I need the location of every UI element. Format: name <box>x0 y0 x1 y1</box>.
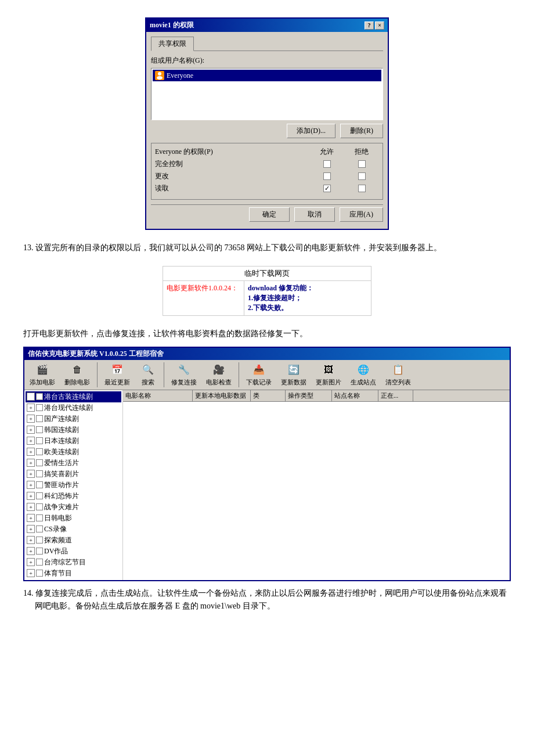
checkbox-14[interactable] <box>36 548 43 555</box>
checkbox-16[interactable] <box>36 570 43 577</box>
everyone-item[interactable]: Everyone <box>153 70 381 81</box>
tree-item-6[interactable]: + 爱情生活片 <box>26 458 121 469</box>
perm-full-deny-cell <box>344 160 379 168</box>
download-table: 临时下载网页 电影更新软件1.0.0.24： download 修复功能： 1.… <box>163 266 371 316</box>
expand-icon-16[interactable]: + <box>27 569 35 577</box>
close-button[interactable]: × <box>375 21 384 30</box>
add-button[interactable]: 添加(D)... <box>287 124 335 138</box>
expand-icon-15[interactable]: + <box>27 558 35 566</box>
expand-icon-4[interactable]: + <box>27 437 35 445</box>
remove-button[interactable]: 删除(R) <box>340 124 383 138</box>
tree-item-16[interactable]: + 体育节目 <box>26 568 121 579</box>
allow-header: 允许 <box>309 147 344 157</box>
step14-content: 修复连接完成后，点击生成站点。让软件生成一个备份站点，来防止以后公网服务器进行维… <box>35 589 507 610</box>
ok-button[interactable]: 确定 <box>249 207 290 222</box>
expand-icon-7[interactable]: + <box>27 470 35 478</box>
search-icon: 🔍 <box>141 363 155 377</box>
tree-item-12[interactable]: + CS录像 <box>26 524 121 535</box>
perm-modify-label: 更改 <box>155 171 309 181</box>
expand-icon-8[interactable]: + <box>27 481 35 489</box>
checkbox-5[interactable] <box>36 448 43 455</box>
tree-item-2[interactable]: + 国产连续剧 <box>26 413 121 424</box>
checkbox-10[interactable] <box>36 503 43 510</box>
tree-item-14[interactable]: + DV作品 <box>26 546 121 557</box>
tree-item-1[interactable]: + 港台现代连续剧 <box>26 402 121 413</box>
expand-icon-10[interactable]: + <box>27 503 35 511</box>
tree-item-3[interactable]: + 韩国连续剧 <box>26 424 121 435</box>
perm-modify-deny-checkbox[interactable] <box>358 172 366 180</box>
tree-item-0[interactable]: + 港台古装连续剧 <box>26 391 121 402</box>
download-title: 临时下载网页 <box>163 267 371 281</box>
toolbar-download-log[interactable]: 📥 下载记录 <box>242 361 276 388</box>
user-listbox[interactable]: Everyone <box>151 68 383 120</box>
svg-point-0 <box>158 72 161 75</box>
toolbar-delete-movie[interactable]: 🗑 删除电影 <box>60 361 94 388</box>
toolbar-update-img[interactable]: 🖼 更新图片 <box>312 361 345 388</box>
tree-item-13[interactable]: + 探索频道 <box>26 535 121 546</box>
download-log-label: 下载记录 <box>246 378 272 387</box>
tree-item-15[interactable]: + 台湾综艺节目 <box>26 557 121 568</box>
checkbox-12[interactable] <box>36 525 43 532</box>
checkbox-15[interactable] <box>36 559 43 566</box>
checkbox-3[interactable] <box>36 426 43 433</box>
perm-read-allow-checkbox[interactable] <box>323 185 331 192</box>
perm-full-allow-checkbox[interactable] <box>323 160 331 168</box>
tree-item-5[interactable]: + 欧美连续剧 <box>26 447 121 458</box>
checkbox-11[interactable] <box>36 514 43 521</box>
help-button[interactable]: ? <box>365 21 374 30</box>
tab-shared-permissions[interactable]: 共享权限 <box>151 37 194 51</box>
col-site-name: 站点名称 <box>332 390 378 401</box>
tree-label-7: 搞笑喜剧片 <box>44 469 79 479</box>
apply-button[interactable]: 应用(A) <box>340 207 383 222</box>
toolbar-gen-site[interactable]: 🌐 生成站点 <box>347 361 380 388</box>
checkbox-8[interactable] <box>36 481 43 488</box>
checkbox-6[interactable] <box>36 459 43 466</box>
expand-icon-13[interactable]: + <box>27 536 35 544</box>
expand-icon-5[interactable]: + <box>27 448 35 456</box>
gen-site-label: 生成站点 <box>351 378 376 387</box>
tree-label-5: 欧美连续剧 <box>44 447 79 457</box>
toolbar-search[interactable]: 🔍 搜索 <box>135 361 161 388</box>
expand-icon-2[interactable]: + <box>27 415 35 423</box>
checkbox-0[interactable] <box>36 393 43 400</box>
tree-item-8[interactable]: + 警匪动作片 <box>26 480 121 491</box>
checkbox-7[interactable] <box>36 470 43 477</box>
expand-icon-6[interactable]: + <box>27 459 35 467</box>
check-icon: 🎥 <box>212 363 226 377</box>
checkbox-13[interactable] <box>36 537 43 543</box>
dialog-title: movie1 的权限 <box>150 20 194 30</box>
toolbar-repair[interactable]: 🔧 修复连接 <box>167 361 201 388</box>
add-movie-icon: 🎬 <box>35 363 49 377</box>
download-log-icon: 📥 <box>252 363 266 377</box>
perm-read-deny-checkbox[interactable] <box>358 185 366 192</box>
tree-label-15: 台湾综艺节目 <box>44 557 86 567</box>
tree-item-10[interactable]: + 战争灾难片 <box>26 502 121 513</box>
expand-icon-9[interactable]: + <box>27 492 35 500</box>
perm-full-deny-checkbox[interactable] <box>358 160 366 168</box>
perm-modify-allow-checkbox[interactable] <box>323 172 331 180</box>
tree-item-9[interactable]: + 科幻恐怖片 <box>26 491 121 502</box>
expand-icon-1[interactable]: + <box>27 404 35 412</box>
toolbar-recent[interactable]: 📅 最近更新 <box>100 361 134 388</box>
expand-icon-12[interactable]: + <box>27 525 35 533</box>
toolbar-update-data[interactable]: 🔄 更新数据 <box>277 361 311 388</box>
toolbar-clear-list[interactable]: 📋 清空列表 <box>381 361 415 388</box>
expand-icon-3[interactable]: + <box>27 426 35 434</box>
toolbar-add-movie[interactable]: 🎬 添加电影 <box>26 361 59 388</box>
expand-icon-0[interactable]: + <box>27 393 35 401</box>
tree-label-3: 韩国连续剧 <box>44 425 79 435</box>
repair-icon: 🔧 <box>177 363 191 377</box>
tree-item-11[interactable]: + 日韩电影 <box>26 513 121 524</box>
permissions-dialog: movie1 的权限 ? × 共享权限 组或用户名称(G): <box>145 17 389 230</box>
checkbox-1[interactable] <box>36 404 43 411</box>
tree-item-7[interactable]: + 搞笑喜剧片 <box>26 469 121 480</box>
checkbox-9[interactable] <box>36 492 43 499</box>
toolbar-check[interactable]: 🎥 电影检查 <box>202 361 236 388</box>
expand-icon-14[interactable]: + <box>27 547 35 555</box>
expand-icon-11[interactable]: + <box>27 514 35 522</box>
checkbox-4[interactable] <box>36 437 43 444</box>
repair-label: 修复连接 <box>171 378 197 387</box>
cancel-button[interactable]: 取消 <box>294 207 335 222</box>
checkbox-2[interactable] <box>36 415 43 422</box>
tree-item-4[interactable]: + 日本连续剧 <box>26 435 121 447</box>
